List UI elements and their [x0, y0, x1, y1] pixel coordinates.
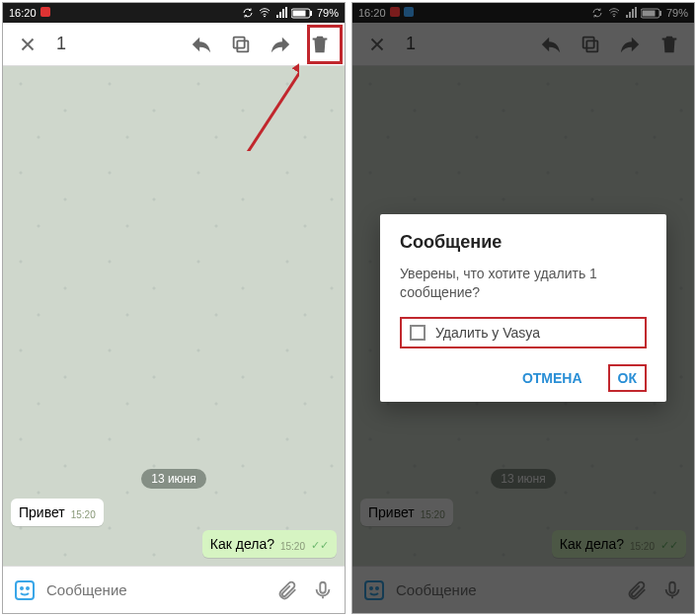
svg-rect-10 — [320, 581, 326, 592]
svg-rect-3 — [292, 10, 305, 16]
selection-header: 1 — [3, 23, 345, 66]
sync-icon — [242, 7, 254, 19]
status-time: 16:20 — [9, 7, 37, 19]
sticker-icon[interactable] — [11, 577, 39, 604]
message-row[interactable]: Привет 15:20 — [11, 499, 337, 526]
copy-icon[interactable] — [224, 28, 258, 61]
mic-icon[interactable] — [309, 577, 337, 604]
svg-rect-7 — [16, 581, 34, 599]
signal-icon — [275, 7, 287, 19]
cancel-button[interactable]: ОТМЕНА — [512, 364, 592, 392]
notif-icon — [40, 7, 50, 19]
message-row[interactable]: Как дела? 15:20 ✓✓ — [11, 530, 337, 558]
message-time: 15:20 — [71, 509, 96, 520]
message-time: 15:20 — [280, 541, 305, 552]
dialog-title: Сообщение — [400, 232, 647, 253]
delete-dialog: Сообщение Уверены, что хотите удалить 1 … — [380, 214, 666, 403]
battery-text: 79% — [317, 7, 339, 19]
reply-icon[interactable] — [185, 28, 218, 61]
checkbox-icon — [410, 325, 426, 341]
message-input[interactable] — [46, 581, 266, 598]
close-icon[interactable] — [11, 28, 44, 61]
svg-rect-5 — [237, 40, 248, 51]
phone-right: 16:20 79% 1 13 июня Привет15:20 Как дела… — [351, 2, 695, 614]
modal-overlay[interactable]: Сообщение Уверены, что хотите удалить 1 … — [352, 3, 694, 613]
input-bar — [3, 566, 345, 613]
message-text: Как дела? — [210, 536, 274, 552]
dialog-body: Уверены, что хотите удалить 1 сообщение? — [400, 265, 647, 302]
chat-body: 13 июня Привет 15:20 Как дела? 15:20 ✓✓ — [3, 66, 345, 566]
forward-icon[interactable] — [264, 28, 297, 61]
selected-count: 1 — [50, 34, 179, 54]
svg-rect-6 — [234, 37, 245, 47]
attach-icon[interactable] — [273, 577, 301, 604]
ok-button[interactable]: ОК — [608, 364, 647, 392]
status-bar: 16:20 79% — [3, 3, 345, 23]
svg-rect-4 — [310, 11, 312, 16]
svg-point-8 — [21, 587, 23, 589]
svg-point-9 — [27, 587, 29, 589]
wifi-icon — [258, 7, 271, 19]
checkbox-label: Удалить у Vasya — [435, 325, 540, 341]
read-checks-icon: ✓✓ — [311, 539, 329, 552]
svg-rect-0 — [40, 7, 50, 17]
phone-left: 16:20 79% 1 13 и — [2, 2, 346, 614]
delete-icon[interactable] — [303, 28, 337, 61]
svg-point-1 — [264, 16, 265, 17]
battery-icon — [291, 8, 313, 19]
date-pill: 13 июня — [141, 469, 206, 489]
delete-for-other-checkbox[interactable]: Удалить у Vasya — [400, 317, 647, 348]
message-text: Привет — [19, 504, 65, 520]
